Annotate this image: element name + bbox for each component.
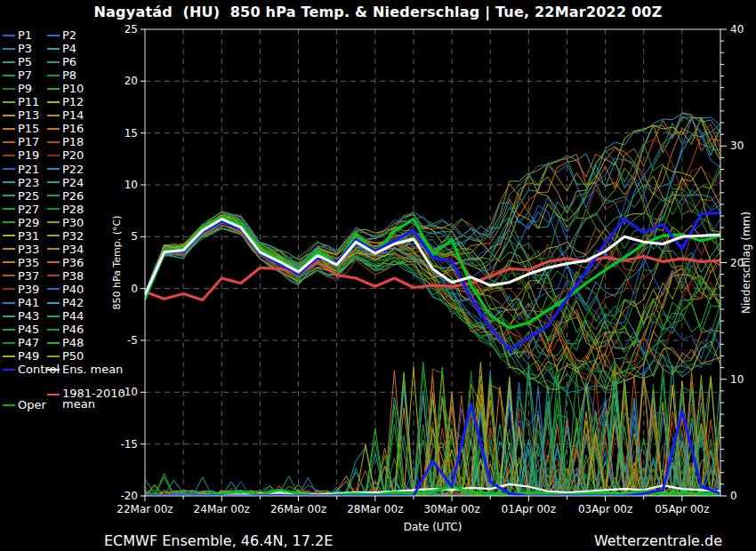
y-left-tick-label: -5: [127, 334, 138, 347]
y-right-tick-label: 40: [730, 23, 744, 36]
y-right-tick-label: 0: [730, 490, 737, 502]
y-right-tick-label: 10: [730, 373, 744, 386]
x-tick-label: 22Mar 00z: [117, 503, 173, 515]
y-right-axis-title: Niederschlag (mm): [740, 212, 752, 314]
y-left-tick-label: -20: [120, 490, 138, 502]
y-left-axis-title: 850 hPa Temp. (°C): [111, 216, 123, 310]
x-tick-label: 03Apr 00z: [578, 503, 632, 515]
y-left-tick-label: 0: [131, 283, 138, 295]
model-info-text: ECMWF Ensemble, 46.4N, 17.2E: [104, 532, 333, 549]
x-axis-title: Date (UTC): [404, 521, 462, 533]
y-left-tick-label: 20: [125, 75, 138, 87]
main-series: [145, 213, 720, 497]
y-left-tick-label: -10: [120, 386, 138, 398]
x-tick-label: 28Mar 00z: [347, 503, 403, 515]
y-right-tick-label: 30: [730, 140, 744, 152]
x-tick-label: 01Apr 00z: [502, 503, 556, 515]
y-left-tick-label: 25: [125, 23, 138, 36]
ensemble-plot: 2520151050-5-10-15-2040302010022Mar 00z2…: [0, 0, 756, 551]
x-tick-label: 05Apr 00z: [655, 503, 709, 515]
x-tick-label: 26Mar 00z: [270, 503, 326, 515]
x-tick-label: 30Mar 00z: [423, 503, 479, 515]
y-left-tick-label: 10: [125, 179, 138, 191]
x-tick-label: 24Mar 00z: [194, 503, 250, 515]
site-credit-text: Wetterzentrale.de: [594, 532, 722, 549]
ensemble-meteogram-page: { "title": "Nagyatád (HU) 850 hPa Temp. …: [0, 0, 756, 551]
member-precip-lines: [145, 362, 720, 496]
y-left-tick-label: 5: [131, 230, 138, 243]
member-temp-line: [145, 220, 720, 389]
member-temp-line: [145, 212, 720, 386]
y-left-tick-label: 15: [125, 127, 138, 140]
y-left-tick-label: -15: [120, 438, 138, 451]
